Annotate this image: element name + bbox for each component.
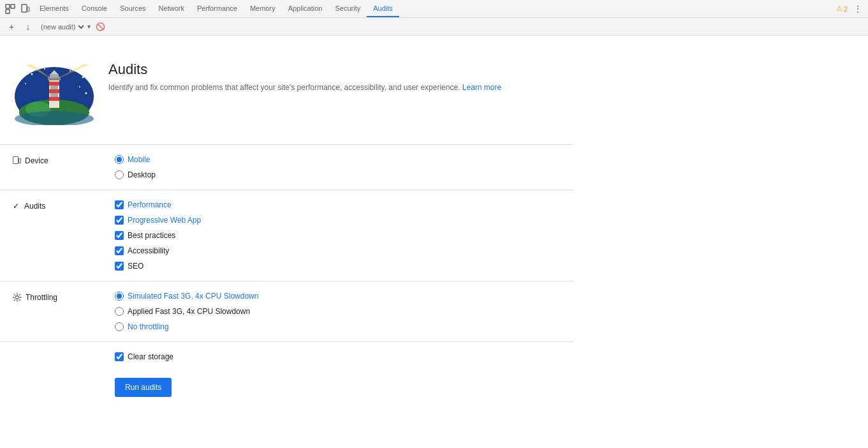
tab-console[interactable]: Console (75, 0, 114, 17)
device-desktop-option[interactable]: Desktop (115, 170, 156, 179)
audit-bestpractices-label: Best practices (128, 231, 175, 240)
gear-icon (13, 293, 22, 304)
svg-rect-1 (6, 10, 10, 13)
device-mobile-radio[interactable] (115, 155, 124, 164)
throttle-simulated-radio[interactable] (115, 292, 124, 301)
throttle-none-label: No throttling (128, 322, 169, 331)
audit-performance-label: Performance (128, 200, 172, 209)
audit-header-text: Audits Identify and fix common problems … (108, 61, 501, 92)
svg-rect-21 (49, 82, 59, 86)
audits-options: Performance Progressive Web App Best pra… (115, 200, 201, 271)
audit-accessibility-option[interactable]: Accessibility (115, 246, 201, 255)
device-label: Device (13, 155, 115, 167)
svg-rect-20 (50, 93, 58, 97)
audit-pwa-option[interactable]: Progressive Web App (115, 216, 201, 225)
svg-rect-22 (49, 89, 59, 93)
audit-accessibility-label: Accessibility (128, 246, 169, 255)
svg-point-30 (16, 296, 19, 299)
svg-rect-0 (6, 4, 10, 8)
audits-section: ✓ Audits Performance Progressive Web App… (0, 190, 574, 281)
tab-network[interactable]: Network (152, 0, 191, 17)
svg-point-13 (85, 93, 87, 94)
devtools-tabbar: Elements Console Sources Network Perform… (0, 0, 868, 18)
audit-bestpractices-checkbox[interactable] (115, 231, 124, 240)
svg-rect-2 (11, 4, 15, 8)
tab-security[interactable]: Security (328, 0, 367, 17)
inspect-element-icon[interactable] (3, 1, 18, 17)
svg-point-8 (57, 66, 59, 68)
audit-accessibility-checkbox[interactable] (115, 246, 124, 255)
download-audit-icon[interactable]: ↓ (22, 20, 34, 33)
device-mobile-label: Mobile (128, 155, 150, 164)
tab-audits[interactable]: Audits (367, 0, 399, 17)
tab-memory[interactable]: Memory (244, 0, 282, 17)
audits-label: ✓ Audits (13, 200, 115, 211)
warning-badge: ⚠ 2 (836, 4, 848, 13)
throttling-options: Simulated Fast 3G, 4x CPU Slowdown Appli… (115, 292, 258, 331)
svg-point-6 (31, 73, 33, 75)
page-title: Audits (108, 61, 501, 78)
audits-check-icon: ✓ (13, 202, 19, 211)
more-options-icon[interactable]: ⋮ (850, 1, 865, 17)
tab-elements[interactable]: Elements (33, 0, 75, 17)
clear-storage-option[interactable]: Clear storage (115, 352, 561, 361)
audit-select[interactable]: (new audit) (38, 22, 86, 31)
audit-performance-option[interactable]: Performance (115, 200, 201, 209)
svg-rect-29 (19, 159, 21, 163)
svg-point-9 (70, 70, 71, 71)
throttling-section: Throttling Simulated Fast 3G, 4x CPU Slo… (0, 281, 574, 341)
audit-seo-option[interactable]: SEO (115, 262, 201, 271)
throttle-simulated-option[interactable]: Simulated Fast 3G, 4x CPU Slowdown (115, 292, 258, 301)
run-button-section: Run audits (0, 371, 574, 410)
svg-point-11 (25, 83, 26, 84)
throttle-none-radio[interactable] (115, 322, 124, 331)
clear-storage-section: Clear storage (0, 341, 574, 371)
run-audits-button[interactable]: Run audits (115, 378, 172, 397)
device-options: Mobile Desktop (115, 155, 156, 179)
main-content: Audits Identify and fix common problems … (0, 36, 574, 435)
tab-performance[interactable]: Performance (191, 0, 244, 17)
svg-point-7 (44, 68, 45, 70)
add-audit-icon[interactable]: + (5, 20, 18, 33)
throttle-applied-radio[interactable] (115, 307, 124, 316)
devtools-topbar-right: ⚠ 2 ⋮ (836, 1, 865, 17)
learn-more-link[interactable]: Learn more (462, 83, 501, 92)
throttling-label: Throttling (13, 292, 115, 304)
select-chevron-icon: ▾ (87, 23, 91, 30)
throttle-applied-option[interactable]: Applied Fast 3G, 4x CPU Slowdown (115, 307, 258, 316)
warning-icon: ⚠ (836, 4, 842, 13)
device-toggle-icon[interactable] (18, 1, 33, 17)
clear-storage-label: Clear storage (128, 352, 173, 361)
warning-count: 2 (844, 5, 848, 13)
device-desktop-label: Desktop (128, 170, 156, 179)
throttle-none-option[interactable]: No throttling (115, 322, 258, 331)
device-section: Device Mobile Desktop (0, 144, 574, 190)
device-desktop-radio[interactable] (115, 170, 124, 179)
audit-bestpractices-option[interactable]: Best practices (115, 231, 201, 240)
audit-select-wrap: (new audit) ▾ (38, 22, 91, 31)
throttle-simulated-label: Simulated Fast 3G, 4x CPU Slowdown (128, 292, 258, 301)
svg-rect-3 (22, 4, 27, 12)
audit-seo-label: SEO (128, 262, 143, 271)
audit-pwa-label: Progressive Web App (128, 216, 201, 225)
clear-storage-checkbox[interactable] (115, 352, 124, 361)
svg-point-10 (82, 77, 84, 78)
svg-rect-25 (50, 74, 59, 78)
device-mobile-option[interactable]: Mobile (115, 155, 156, 164)
clear-audit-icon[interactable]: 🚫 (94, 21, 106, 33)
throttling-section-label: Throttling (26, 293, 57, 302)
audit-header: Audits Identify and fix common problems … (0, 49, 574, 144)
audit-performance-checkbox[interactable] (115, 200, 124, 209)
svg-rect-23 (49, 97, 59, 101)
svg-rect-4 (27, 7, 29, 11)
audit-seo-checkbox[interactable] (115, 262, 124, 271)
devtools-tabs: Elements Console Sources Network Perform… (33, 0, 399, 17)
svg-rect-19 (50, 86, 58, 89)
tab-application[interactable]: Application (282, 0, 329, 17)
svg-point-12 (79, 86, 80, 87)
audit-pwa-checkbox[interactable] (115, 216, 124, 225)
throttle-applied-label: Applied Fast 3G, 4x CPU Slowdown (128, 307, 250, 316)
tab-sources[interactable]: Sources (114, 0, 152, 17)
device-section-label: Device (25, 156, 48, 165)
header-description: Identify and fix common problems that af… (108, 83, 501, 92)
